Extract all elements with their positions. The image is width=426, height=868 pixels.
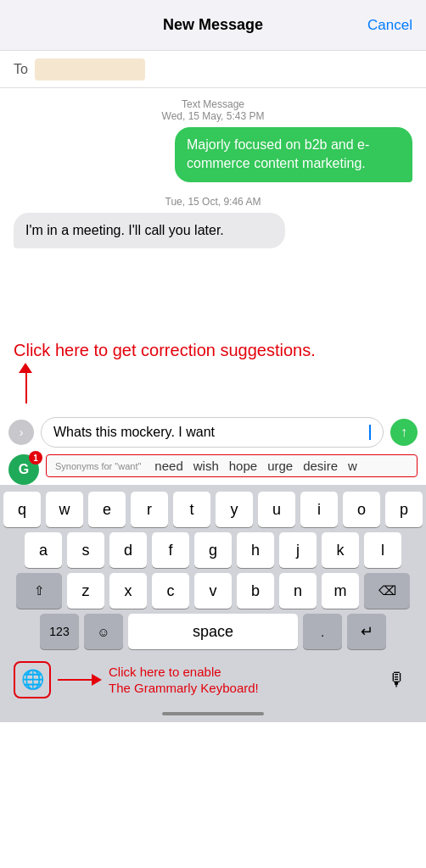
synonym-wish[interactable]: wish xyxy=(193,459,219,473)
key-f[interactable]: f xyxy=(152,532,189,568)
return-key[interactable]: ↵ xyxy=(347,614,386,649)
key-b[interactable]: b xyxy=(237,573,274,609)
space-key[interactable]: space xyxy=(128,614,298,649)
key-w[interactable]: w xyxy=(46,492,83,527)
key-a[interactable]: a xyxy=(25,532,62,568)
synonym-urge[interactable]: urge xyxy=(267,459,293,473)
key-g[interactable]: g xyxy=(194,532,232,568)
microphone-button[interactable]: 🎙 xyxy=(382,665,412,695)
grammarly-letter: G xyxy=(19,462,29,477)
messages-area: Text MessageWed, 15 May, 5:43 PM Majorly… xyxy=(0,88,426,326)
key-j[interactable]: j xyxy=(279,532,317,568)
arrow-up-line xyxy=(25,365,27,403)
correction-annotation: Click here to get correction suggestions… xyxy=(0,326,426,361)
numbers-label: 123 xyxy=(49,625,69,638)
message-input[interactable]: Whats this mockery. I want xyxy=(41,417,384,448)
synonym-hope[interactable]: hope xyxy=(229,459,257,473)
space-label: space xyxy=(193,623,233,641)
cancel-button[interactable]: Cancel xyxy=(367,17,412,34)
expand-button[interactable]: › xyxy=(8,420,34,445)
suggestions-row: G 1 Synonyms for "want" need wish hope u… xyxy=(0,453,426,485)
return-icon: ↵ xyxy=(361,622,373,641)
emoji-icon: ☺ xyxy=(97,625,109,639)
key-r[interactable]: r xyxy=(131,492,168,527)
synonyms-container: Synonyms for "want" need wish hope urge … xyxy=(46,454,418,479)
send-icon: ↑ xyxy=(401,425,407,440)
received-bubble-1: I'm in a meeting. I'll call you later. xyxy=(14,213,285,248)
globe-button[interactable]: 🌐 xyxy=(17,665,48,695)
header: New Message Cancel xyxy=(0,0,426,51)
bottom-bar: 🌐 Click here to enableThe Grammarly Keyb… xyxy=(0,658,426,705)
send-button[interactable]: ↑ xyxy=(390,419,418,446)
expand-icon: › xyxy=(20,426,24,439)
grammarly-button[interactable]: G 1 xyxy=(8,454,39,485)
key-h[interactable]: h xyxy=(237,532,274,568)
grammarly-badge: 1 xyxy=(29,451,42,465)
key-x[interactable]: x xyxy=(109,573,147,609)
key-c[interactable]: c xyxy=(152,573,189,609)
message-meta-2: Tue, 15 Oct, 9:46 AM xyxy=(14,196,412,208)
key-o[interactable]: o xyxy=(343,492,380,527)
key-e[interactable]: e xyxy=(88,492,126,527)
key-d[interactable]: d xyxy=(109,532,147,568)
keyboard-row-1: q w e r t y u i o p xyxy=(3,492,423,527)
arrow-right-head xyxy=(92,674,102,686)
key-y[interactable]: y xyxy=(216,492,253,527)
globe-icon: 🌐 xyxy=(21,669,44,691)
key-q[interactable]: q xyxy=(3,492,41,527)
shift-key[interactable]: ⇧ xyxy=(16,573,62,609)
key-t[interactable]: t xyxy=(173,492,210,527)
arrow-right-line xyxy=(58,679,92,681)
key-n[interactable]: n xyxy=(279,573,317,609)
synonym-more[interactable]: w xyxy=(348,459,357,473)
key-p[interactable]: p xyxy=(385,492,423,527)
sent-bubble-1: Majorly focused on b2b and e-commerce co… xyxy=(175,127,412,182)
key-s[interactable]: s xyxy=(67,532,104,568)
bottom-annotation: Click here to enableThe Grammarly Keyboa… xyxy=(58,664,382,697)
to-field: To xyxy=(0,51,426,88)
synonyms-row: Synonyms for "want" need wish hope urge … xyxy=(46,454,418,477)
microphone-icon: 🎙 xyxy=(388,669,406,691)
synonyms-label: Synonyms for "want" xyxy=(55,461,141,471)
key-i[interactable]: i xyxy=(300,492,338,527)
home-bar xyxy=(162,712,264,715)
input-row: › Whats this mockery. I want ↑ xyxy=(0,412,426,453)
key-l[interactable]: l xyxy=(364,532,401,568)
shift-icon: ⇧ xyxy=(34,583,45,598)
period-label: . xyxy=(321,625,324,639)
page-title: New Message xyxy=(163,16,263,34)
arrow-up xyxy=(8,361,426,412)
bottom-annotation-text: Click here to enableThe Grammarly Keyboa… xyxy=(109,664,259,697)
key-m[interactable]: m xyxy=(322,573,359,609)
delete-icon: ⌫ xyxy=(378,583,396,598)
synonym-desire[interactable]: desire xyxy=(303,459,338,473)
home-indicator xyxy=(0,705,426,722)
to-input[interactable] xyxy=(35,58,145,81)
synonym-need[interactable]: need xyxy=(154,459,182,473)
correction-annotation-text: Click here to get correction suggestions… xyxy=(14,339,412,361)
key-v[interactable]: v xyxy=(194,573,232,609)
key-u[interactable]: u xyxy=(258,492,295,527)
message-input-text: Whats this mockery. I want xyxy=(53,425,368,440)
message-meta-1: Text MessageWed, 15 May, 5:43 PM xyxy=(14,98,412,122)
keyboard-row-2: a s d f g h j k l xyxy=(3,532,423,568)
emoji-key[interactable]: ☺ xyxy=(84,614,123,649)
globe-button-wrap: 🌐 xyxy=(14,661,51,698)
key-z[interactable]: z xyxy=(67,573,104,609)
keyboard: q w e r t y u i o p a s d f g h j k l ⇧ … xyxy=(0,485,426,658)
keyboard-row-3: ⇧ z x c v b n m ⌫ xyxy=(3,573,423,609)
arrow-right xyxy=(58,674,102,686)
delete-key[interactable]: ⌫ xyxy=(364,573,410,609)
key-k[interactable]: k xyxy=(322,532,359,568)
period-key[interactable]: . xyxy=(303,614,342,649)
numbers-key[interactable]: 123 xyxy=(40,614,79,649)
to-label: To xyxy=(14,62,28,77)
keyboard-row-4: 123 ☺ space . ↵ xyxy=(3,614,423,649)
cursor xyxy=(369,425,371,440)
